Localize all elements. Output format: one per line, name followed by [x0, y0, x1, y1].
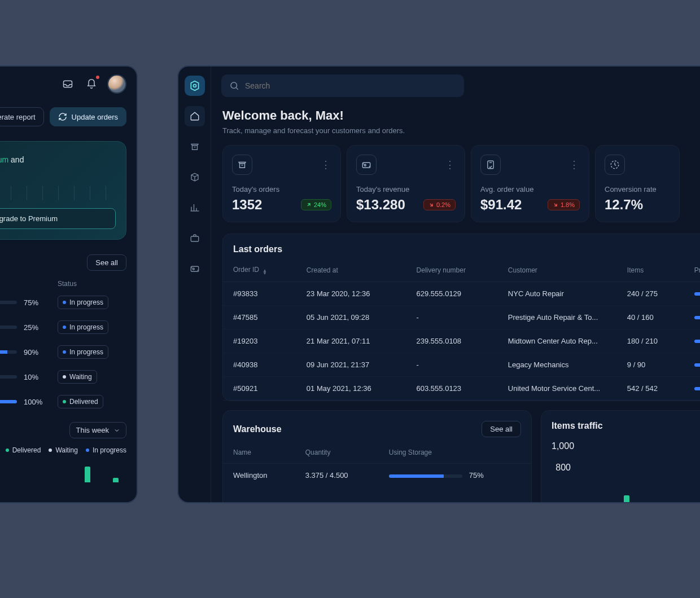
delivery-number-cell: 239.555.0108	[406, 329, 498, 353]
order-id-cell: #93833	[223, 282, 296, 306]
table-col-header: Using Storage	[379, 442, 531, 464]
warehouse-usage-cell: 75%	[379, 464, 531, 487]
stat-menu-icon[interactable]: ⋮	[569, 159, 580, 171]
status-badge: In progress	[58, 320, 108, 334]
premium-link[interactable]: Redro Premium	[0, 155, 8, 164]
svg-rect-2	[191, 236, 199, 241]
legend-item: Waiting	[49, 446, 78, 454]
order-id-cell: #19203	[223, 329, 296, 353]
delivery-number-cell: -	[406, 353, 498, 377]
notifications-icon[interactable]	[84, 76, 99, 92]
mini-bar-chart	[0, 459, 137, 482]
button-label: Update orders	[72, 113, 118, 121]
stat-card: Conversion rate12.7%	[595, 145, 680, 222]
button-label: erate report	[0, 113, 36, 121]
created-at-cell: 23 Mar 2020, 12:36	[296, 282, 406, 306]
progress-percent: 25%	[24, 323, 51, 332]
table-col-header: Quantity	[295, 442, 379, 464]
see-all-button[interactable]: See all	[87, 254, 126, 271]
stat-icon	[480, 155, 501, 175]
last-orders-panel: Last orders Order ID▲▼Created atDelivery…	[222, 234, 700, 401]
progress-cell	[684, 306, 700, 329]
timeframe-select[interactable]: This week	[69, 422, 126, 438]
upgrade-to-premium-button[interactable]: Upgrade to Premium	[0, 208, 116, 229]
premium-upsell-card: Go to Redro Premium and show all statist…	[0, 141, 126, 240]
progress-bar	[0, 301, 17, 304]
status-badge: In progress	[58, 345, 108, 359]
chart-bar	[624, 495, 629, 503]
secondary-dashboard-card: erate report Update orders Go to Redro P…	[0, 65, 138, 503]
warehouse-name-cell: Wellington	[223, 464, 295, 487]
status-dot-icon	[63, 375, 66, 379]
status-row: 75%In progress	[0, 290, 137, 315]
table-row[interactable]: #1920321 Mar 2021, 07:11239.555.0108Midt…	[223, 329, 700, 353]
table-col-header: Name	[223, 442, 295, 464]
stat-value: $91.42	[480, 197, 522, 213]
created-at-cell: 05 Jun 2021, 09:28	[296, 306, 406, 329]
items-cell: 542 / 542	[617, 377, 684, 401]
section-title: Warehouse	[233, 424, 282, 434]
warehouse-qty-cell: 3.375 / 4.500	[295, 464, 379, 487]
legend-dot-icon	[49, 448, 52, 452]
progress-cell	[684, 353, 700, 377]
stat-icon	[605, 155, 625, 175]
created-at-cell: 01 May 2021, 12:36	[296, 377, 406, 401]
nav-archive-icon[interactable]	[185, 137, 205, 157]
legend-dot-icon	[86, 448, 89, 452]
table-row[interactable]: #5092101 May 2021, 12:36603.555.0123Unit…	[223, 377, 700, 401]
status-row: 100%Delivered	[0, 389, 137, 414]
table-col-header: Items	[617, 259, 684, 282]
table-row[interactable]: #4093809 Jun 2021, 21:37-Legacy Mechanic…	[223, 353, 700, 377]
app-logo-icon[interactable]	[185, 76, 205, 96]
generate-report-button[interactable]: erate report	[0, 107, 44, 126]
nav-home-icon[interactable]	[185, 106, 205, 126]
status-badge: In progress	[58, 296, 108, 309]
chart-bar	[113, 478, 119, 482]
warehouse-panel: Warehouse See all NameQuantityUsing Stor…	[222, 410, 532, 503]
stat-value: $13.280	[356, 197, 405, 213]
nav-analytics-icon[interactable]	[185, 197, 205, 218]
search-box[interactable]	[221, 74, 464, 97]
table-col-header: Delivery number	[406, 259, 498, 282]
progress-cell	[684, 377, 700, 401]
chart-legend: DeliveredWaitingIn progress	[0, 442, 137, 459]
svg-point-5	[231, 82, 237, 89]
warehouse-table: NameQuantityUsing Storage Wellington3.37…	[223, 442, 531, 487]
progress-bar	[0, 375, 17, 379]
order-id-cell: #40938	[223, 353, 296, 377]
warehouse-see-all-button[interactable]: See all	[482, 421, 521, 437]
delivery-number-cell: -	[406, 306, 498, 329]
progress-percent: 100%	[24, 398, 51, 406]
table-col-header[interactable]: Order ID▲▼	[223, 259, 296, 282]
stat-label: Today's revenue	[356, 185, 456, 194]
stat-menu-icon[interactable]: ⋮	[321, 159, 331, 171]
nav-payments-icon[interactable]	[185, 258, 205, 279]
update-orders-button[interactable]: Update orders	[50, 107, 126, 126]
nav-package-icon[interactable]	[185, 167, 205, 187]
notification-dot-icon	[96, 76, 99, 79]
svg-rect-6	[362, 162, 370, 168]
inbox-icon[interactable]	[60, 76, 76, 92]
status-badge: Waiting	[58, 370, 97, 384]
svg-rect-3	[191, 266, 199, 271]
customer-cell: United Motor Service Cent...	[498, 377, 617, 401]
table-row[interactable]: #9383323 Mar 2020, 12:36629.555.0129NYC …	[223, 282, 700, 306]
nav-sidebar	[178, 67, 211, 502]
stat-card: ⋮Avg. order value$91.421.8%	[471, 145, 589, 222]
main-dashboard-card: Welcome back, Max! Track, manage and for…	[177, 65, 700, 503]
status-row: 10%Waiting	[0, 364, 137, 389]
search-input[interactable]	[245, 81, 456, 90]
avatar[interactable]	[107, 74, 126, 94]
stat-card: ⋮Today's orders135224%	[222, 145, 341, 222]
progress-bar	[0, 326, 17, 329]
y-tick-label: 1,000	[552, 441, 571, 451]
table-row[interactable]: #4758505 Jun 2021, 09:28-Prestige Auto R…	[223, 306, 700, 329]
legend-item: In progress	[86, 446, 126, 454]
status-dot-icon	[63, 350, 66, 354]
table-col-header: Customer	[498, 259, 617, 282]
table-row[interactable]: Wellington3.375 / 4.50075%	[223, 464, 531, 487]
stat-menu-icon[interactable]: ⋮	[445, 159, 456, 171]
section-title: Last orders	[233, 244, 282, 254]
created-at-cell: 21 Mar 2021, 07:11	[296, 329, 406, 353]
nav-briefcase-icon[interactable]	[185, 228, 205, 248]
